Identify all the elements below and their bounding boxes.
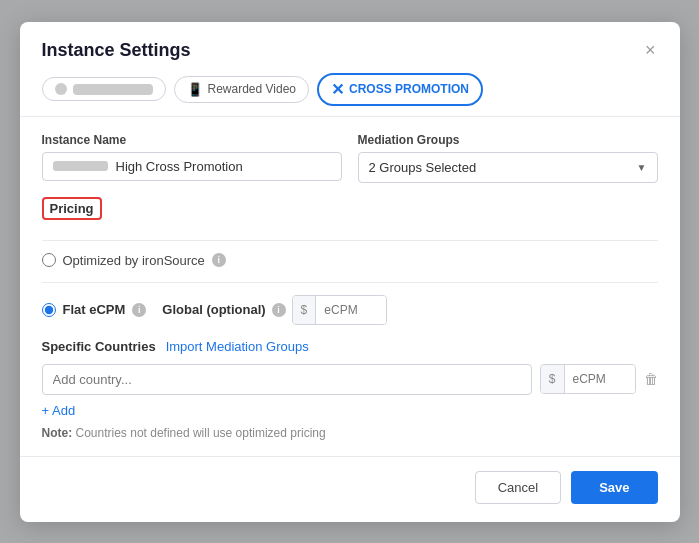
rewarded-video-label: Rewarded Video bbox=[208, 82, 297, 96]
pricing-section-wrapper: Pricing bbox=[42, 197, 658, 232]
instance-name-blurred-icon bbox=[53, 161, 108, 171]
country-ecpm-dollar: $ bbox=[541, 365, 565, 393]
delete-country-icon[interactable]: 🗑 bbox=[644, 371, 658, 387]
modal-header: Instance Settings × bbox=[20, 22, 680, 73]
tab-blurred[interactable] bbox=[42, 77, 166, 101]
global-ecpm-input[interactable] bbox=[316, 296, 386, 324]
global-info-icon[interactable]: i bbox=[272, 303, 286, 317]
name-groups-row: Instance Name High Cross Promotion Media… bbox=[42, 133, 658, 183]
cross-icon: ✕ bbox=[331, 80, 344, 99]
country-ecpm-input[interactable] bbox=[565, 365, 635, 393]
note-content: Countries not defined will use optimized… bbox=[76, 426, 326, 440]
flat-ecpm-divider bbox=[42, 282, 658, 283]
modal-body: Instance Name High Cross Promotion Media… bbox=[20, 117, 680, 440]
global-ecpm-dollar: $ bbox=[293, 296, 317, 324]
modal-overlay: Instance Settings × 📱 Rewarded Video ✕ C… bbox=[0, 0, 699, 543]
mediation-groups-select[interactable]: 2 Groups Selected ▼ bbox=[358, 152, 658, 183]
flat-ecpm-left: Flat eCPM i bbox=[42, 302, 147, 317]
add-country-link[interactable]: + Add bbox=[42, 403, 76, 418]
specific-countries-row: Specific Countries Import Mediation Grou… bbox=[42, 339, 658, 354]
tab-rewarded-video[interactable]: 📱 Rewarded Video bbox=[174, 76, 310, 103]
global-ecpm-input-box: $ bbox=[292, 295, 388, 325]
instance-name-label: Instance Name bbox=[42, 133, 342, 147]
country-ecpm-input-box: $ bbox=[540, 364, 636, 394]
cancel-button[interactable]: Cancel bbox=[475, 471, 561, 504]
flat-ecpm-radio[interactable] bbox=[42, 303, 56, 317]
instance-name-value: High Cross Promotion bbox=[116, 159, 243, 174]
tab-cross-promotion[interactable]: ✕ CROSS PROMOTION bbox=[317, 73, 483, 106]
blurred-avatar bbox=[55, 83, 67, 95]
instance-name-input-wrapper[interactable]: High Cross Promotion bbox=[42, 152, 342, 181]
flat-ecpm-row: Flat eCPM i Global (optional) i $ bbox=[42, 295, 658, 325]
flat-ecpm-label: Flat eCPM bbox=[63, 302, 126, 317]
country-input-row: $ 🗑 bbox=[42, 364, 658, 395]
instance-settings-modal: Instance Settings × 📱 Rewarded Video ✕ C… bbox=[20, 22, 680, 522]
optimized-label: Optimized by ironSource bbox=[63, 253, 205, 268]
global-optional-label: Global (optional) bbox=[162, 302, 265, 317]
note-label: Note: bbox=[42, 426, 73, 440]
cross-promotion-label: CROSS PROMOTION bbox=[349, 82, 469, 96]
optimized-radio-row: Optimized by ironSource i bbox=[42, 253, 658, 268]
mediation-groups-group: Mediation Groups 2 Groups Selected ▼ bbox=[358, 133, 658, 183]
import-mediation-groups-link[interactable]: Import Mediation Groups bbox=[166, 339, 309, 354]
video-icon: 📱 bbox=[187, 82, 203, 97]
specific-countries-label: Specific Countries bbox=[42, 339, 156, 354]
modal-footer: Cancel Save bbox=[20, 456, 680, 522]
modal-title: Instance Settings bbox=[42, 40, 191, 61]
pricing-section-label: Pricing bbox=[42, 197, 102, 220]
close-button[interactable]: × bbox=[643, 41, 658, 59]
optimized-info-icon[interactable]: i bbox=[212, 253, 226, 267]
note-row: Note: Countries not defined will use opt… bbox=[42, 426, 658, 440]
flat-ecpm-info-icon[interactable]: i bbox=[132, 303, 146, 317]
pricing-divider bbox=[42, 240, 658, 241]
modal-tabs: 📱 Rewarded Video ✕ CROSS PROMOTION bbox=[20, 73, 680, 116]
save-button[interactable]: Save bbox=[571, 471, 657, 504]
mediation-groups-value: 2 Groups Selected bbox=[369, 160, 477, 175]
blurred-tab-text bbox=[73, 84, 153, 95]
optimized-radio[interactable] bbox=[42, 253, 56, 267]
instance-name-group: Instance Name High Cross Promotion bbox=[42, 133, 342, 183]
chevron-down-icon: ▼ bbox=[637, 162, 647, 173]
add-country-input[interactable] bbox=[42, 364, 532, 395]
mediation-groups-label: Mediation Groups bbox=[358, 133, 658, 147]
global-optional-group: Global (optional) i $ bbox=[162, 295, 387, 325]
